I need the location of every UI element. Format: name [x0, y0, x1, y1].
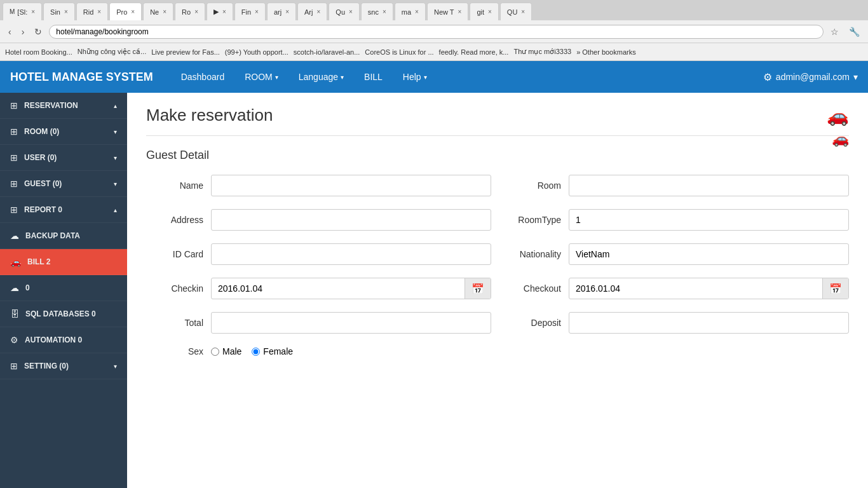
sidebar-item-sql[interactable]: 🗄 SQL Databases 0	[0, 301, 127, 327]
sidebar-item-backup[interactable]: ☁ Backup data	[0, 223, 127, 249]
sex-female-label[interactable]: Female	[252, 346, 293, 356]
bookmark-thu[interactable]: Thư mục mới3333	[513, 48, 571, 56]
section-title: Guest Detail	[146, 149, 849, 162]
tab-close[interactable]: ×	[64, 8, 68, 15]
room-label: Room	[504, 180, 561, 191]
bookmark-other[interactable]: » Other bookmarks	[576, 48, 636, 56]
roomtype-input[interactable]	[569, 209, 849, 231]
tab-close[interactable]: ×	[349, 8, 353, 15]
tab-close[interactable]: ×	[222, 8, 226, 15]
forward-button[interactable]: ›	[18, 25, 28, 38]
name-input[interactable]	[211, 175, 491, 196]
tab-close[interactable]: ×	[488, 8, 492, 15]
sidebar-item-guest[interactable]: ⊞ GUEST (0) ▾	[0, 171, 127, 197]
tab-close[interactable]: ×	[31, 8, 35, 15]
sidebar-item-automation[interactable]: ⚙ Automation 0	[0, 327, 127, 353]
bookmark-coreos[interactable]: CoreOS is Linux for ...	[365, 48, 433, 56]
sidebar-item-report[interactable]: ⊞ REPORT 0 ▴	[0, 197, 127, 223]
sidebar-item-room[interactable]: ⊞ ROOM (0) ▾	[0, 119, 127, 145]
tab-close[interactable]: ×	[194, 8, 198, 15]
sidebar-item-setting[interactable]: ⊞ Setting (0) ▾	[0, 353, 127, 379]
tab-rid[interactable]: Rid ×	[76, 3, 108, 20]
bookmark-star[interactable]: ☆	[827, 25, 842, 38]
sidebar-item-zero[interactable]: ☁ 0	[0, 275, 127, 301]
tab-close[interactable]: ×	[255, 8, 259, 15]
bookmark-youth[interactable]: (99+) Youth opport...	[225, 48, 288, 56]
chevron-down-icon: ▾	[853, 72, 858, 82]
nav-bill[interactable]: BILL	[355, 67, 391, 87]
content-area: 🚗 🚗 Make reservation Guest Detail Name R…	[127, 93, 868, 488]
tab-close[interactable]: ×	[458, 8, 462, 15]
form-group-checkin: Checkin 📅	[146, 278, 491, 299]
sidebar: ⊞ RESERVATION ▴ ⊞ ROOM (0) ▾ ⊞ USER (0) …	[0, 93, 127, 488]
deposit-input[interactable]	[569, 312, 849, 334]
tab-fin[interactable]: Fin ×	[234, 3, 266, 20]
tab-sin[interactable]: Sin ×	[43, 3, 75, 20]
tab-ne[interactable]: Ne ×	[143, 3, 173, 20]
sex-female-radio[interactable]	[252, 348, 260, 356]
checkout-input[interactable]	[569, 280, 822, 297]
back-button[interactable]: ‹	[5, 25, 15, 38]
tab-arj2[interactable]: Arj ×	[297, 3, 327, 20]
tab-git[interactable]: git ×	[470, 3, 498, 20]
nav-room[interactable]: ROOM ▾	[236, 67, 287, 87]
tab-qu2[interactable]: QU ×	[500, 3, 532, 20]
checkin-calendar-button[interactable]: 📅	[465, 278, 491, 299]
chevron-down-icon: ▾	[114, 128, 117, 135]
checkout-calendar-button[interactable]: 📅	[822, 278, 848, 299]
total-input[interactable]	[211, 312, 491, 334]
tab-label: Fin	[241, 8, 251, 16]
checkin-label: Checkin	[146, 283, 203, 294]
tab-close[interactable]: ×	[131, 8, 135, 15]
checkout-label: Checkout	[504, 283, 561, 294]
tab-close[interactable]: ×	[383, 8, 386, 15]
form-row-idcard-nationality: ID Card Nationality	[146, 243, 849, 265]
nationality-input[interactable]	[569, 243, 849, 265]
tab-pro[interactable]: Pro ×	[109, 3, 142, 20]
tab-arj[interactable]: arj ×	[267, 3, 296, 20]
nav-help[interactable]: Help ▾	[394, 67, 436, 87]
nav-dashboard[interactable]: Dashboard	[172, 67, 234, 87]
user-menu[interactable]: ⚙ admin@gmail.com ▾	[763, 71, 858, 83]
sidebar-item-reservation[interactable]: ⊞ RESERVATION ▴	[0, 93, 127, 119]
sex-radio-group: Male Female	[211, 346, 293, 356]
tab-label: [Sl:	[17, 8, 27, 16]
extensions-button[interactable]: 🔧	[846, 25, 863, 38]
form-row-checkin-checkout: Checkin 📅 Checkout 📅	[146, 278, 849, 299]
tab-close[interactable]: ×	[415, 8, 419, 15]
bookmark-live[interactable]: Live preview for Fas...	[151, 48, 220, 56]
sidebar-item-user[interactable]: ⊞ USER (0) ▾	[0, 145, 127, 171]
tab-yt[interactable]: ▶ ×	[207, 3, 233, 20]
checkin-input[interactable]	[212, 280, 465, 297]
tab-newt[interactable]: New T ×	[427, 3, 468, 20]
bookmark-cv[interactable]: Những công việc cầ...	[78, 48, 146, 56]
address-input[interactable]	[211, 209, 491, 231]
tab-qu[interactable]: Qu ×	[329, 3, 360, 20]
bookmark-scotch[interactable]: scotch-io/laravel-an...	[294, 48, 360, 56]
sex-male-label[interactable]: Male	[211, 346, 241, 356]
idcard-input[interactable]	[211, 243, 491, 265]
room-input[interactable]	[569, 175, 849, 196]
tab-close[interactable]: ×	[97, 8, 101, 15]
tab-close[interactable]: ×	[285, 8, 289, 15]
tab-gmail[interactable]: M [Sl: ×	[3, 3, 42, 20]
reload-button[interactable]: ↻	[31, 25, 45, 38]
sex-male-radio[interactable]	[211, 348, 219, 356]
address-input[interactable]	[49, 25, 824, 39]
nav-language[interactable]: Language ▾	[290, 67, 353, 87]
tab-close[interactable]: ×	[163, 8, 166, 15]
sidebar-item-bill2[interactable]: 🚗 Bill 2	[0, 249, 127, 275]
form-row-name-room: Name Room	[146, 175, 849, 196]
chevron-up-icon: ▴	[114, 207, 117, 214]
form-group-room: Room	[504, 175, 849, 196]
tab-label: Ro	[182, 8, 191, 16]
tab-label: ▶	[214, 8, 219, 16]
tab-close[interactable]: ×	[316, 8, 320, 15]
tab-snc[interactable]: snc ×	[361, 3, 393, 20]
bookmark-hotel[interactable]: Hotel room Booking...	[5, 48, 72, 56]
tab-ma[interactable]: ma ×	[395, 3, 426, 20]
chevron-down-icon: ▾	[275, 74, 278, 81]
tab-ro[interactable]: Ro ×	[175, 3, 205, 20]
tab-close[interactable]: ×	[521, 8, 525, 15]
bookmark-feedly[interactable]: feedly. Read more, k...	[439, 48, 509, 56]
